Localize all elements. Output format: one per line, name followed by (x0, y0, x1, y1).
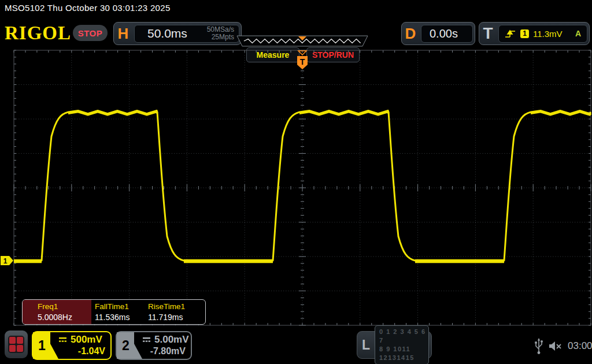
menu-button[interactable] (5, 330, 28, 358)
measurement-falltime1[interactable]: FallTime1 11.536ms (91, 300, 145, 324)
measurement-panel[interactable]: Freq1 5.0008Hz FallTime1 11.536ms RiseTi… (22, 299, 206, 325)
measurement-risetime1[interactable]: RiseTime1 11.719ms (145, 300, 185, 324)
oscilloscope-screen: MSO5102 Thu October 30 03:01:23 2025 RIG… (0, 0, 592, 364)
channel1-scale: 500mV (71, 334, 102, 346)
trigger-position-marker[interactable]: T (297, 51, 308, 69)
system-tray: 03:00 (534, 337, 592, 355)
channel2-offset: -7.80mV (142, 346, 186, 356)
measurement-value: 11.536ms (95, 313, 145, 322)
menu-grid-icon (8, 336, 24, 353)
measurement-value: 11.719ms (148, 313, 185, 322)
channel2-scale: 5.00mV (154, 334, 189, 346)
logic-label: L (357, 337, 375, 353)
channel2-values: 5.00mV -7.80mV (142, 334, 186, 356)
measurement-name: FallTime1 (95, 302, 145, 311)
measurement-name: Freq1 (38, 302, 91, 311)
ch1-ground-marker[interactable]: 1 (1, 256, 13, 265)
muted-speaker-icon[interactable] (549, 340, 563, 352)
channel1-block[interactable]: 1 500mV -1.04V (32, 331, 112, 360)
channel1-tab[interactable]: 1 (33, 332, 60, 359)
clock-text[interactable]: 03:00 (568, 340, 592, 352)
dc-coupling-icon (142, 337, 151, 343)
logic-row-1: 0 1 2 3 4 5 6 7 (379, 328, 428, 345)
usb-icon (534, 337, 543, 355)
channel2-tab[interactable]: 2 (117, 332, 143, 359)
bottom-bar: 1 500mV -1.04V 2 (0, 328, 592, 364)
measurement-name: RiseTime1 (148, 302, 185, 311)
logic-channel-numbers: 0 1 2 3 4 5 6 7 8 9 1011 12131415 (375, 325, 429, 364)
svg-text:T: T (300, 57, 305, 66)
dc-coupling-icon (58, 337, 68, 343)
channel1-values: 500mV -1.04V (58, 334, 105, 356)
channel2-block[interactable]: 2 5.00mV -7.80mV (116, 331, 192, 360)
logic-analyzer-block[interactable]: L 0 1 2 3 4 5 6 7 8 9 1011 12131415 (357, 331, 432, 359)
graticule (14, 50, 591, 325)
measurement-freq1[interactable]: Freq1 5.0008Hz (23, 300, 91, 324)
logic-row-2: 8 9 1011 12131415 (379, 345, 428, 362)
channel1-offset: -1.04V (58, 346, 105, 356)
measurement-value: 5.0008Hz (38, 313, 91, 322)
svg-text:1: 1 (3, 257, 8, 265)
